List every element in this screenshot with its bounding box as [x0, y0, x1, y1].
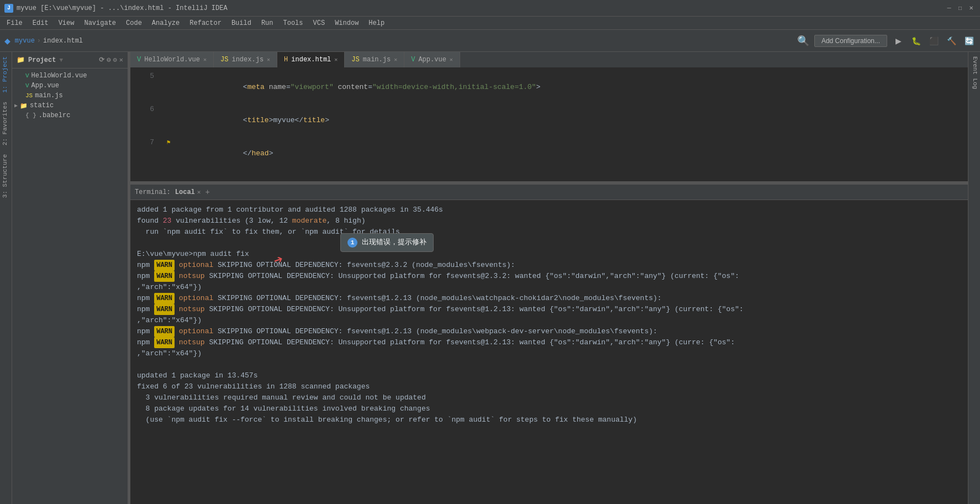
tree-item-static[interactable]: ▶ 📁 static — [12, 101, 128, 111]
sidebar-item-project[interactable]: 1: Project — [0, 52, 12, 97]
warn-badge: WARN — [154, 293, 175, 304]
tab-close-helloworld[interactable]: ✕ — [203, 56, 207, 63]
terminal-tab-local[interactable]: Local ✕ — [175, 188, 201, 196]
breadcrumb-project[interactable]: myvue — [15, 37, 35, 45]
terminal-line — [137, 359, 961, 370]
tab-label: main.js — [363, 56, 391, 64]
menu-window[interactable]: Window — [330, 18, 363, 28]
tab-label: App.vue — [418, 56, 446, 64]
line-number: 6 — [135, 104, 154, 115]
tooltip-number: 1 — [347, 238, 357, 248]
terminal-tab-name: Local — [175, 188, 195, 196]
menu-file[interactable]: File — [2, 18, 27, 28]
menu-code[interactable]: Code — [122, 18, 146, 28]
tree-item-label: static — [30, 102, 54, 109]
code-content: <title>myvue</title> — [174, 104, 963, 137]
tab-indexjs[interactable]: JS index.js ✕ — [214, 52, 277, 67]
menu-vcs[interactable]: VCS — [309, 18, 330, 28]
terminal-line: updated 1 package in 13.457s — [137, 370, 961, 381]
menu-edit[interactable]: Edit — [28, 18, 53, 28]
menu-help[interactable]: Help — [364, 18, 389, 28]
vue-tab-icon: V — [411, 56, 415, 64]
editor-tabs: V HelloWorld.vue ✕ JS index.js ✕ H index… — [130, 52, 968, 69]
terminal-close-icon[interactable]: ✕ — [197, 188, 201, 196]
terminal-line: E:\vue\myvue>npm audit fix — [137, 249, 961, 260]
terminal-line — [137, 238, 961, 249]
editor-area[interactable]: 5 <meta name="viewport" content="width=d… — [130, 69, 968, 181]
menu-tools[interactable]: Tools — [279, 18, 308, 28]
tree-item-babelrc[interactable]: { } .babelrc — [12, 111, 128, 120]
close-panel-icon[interactable]: ✕ — [119, 56, 123, 64]
tab-label: HelloWorld.vue — [144, 56, 200, 64]
warn-badge: WARN — [154, 326, 175, 337]
settings-icon[interactable]: ⚙ — [113, 56, 117, 64]
vue-icon: V — [25, 72, 29, 79]
right-tab-1[interactable]: Event Log — [968, 52, 980, 93]
stop-button[interactable]: ⬛ — [927, 34, 940, 48]
line-gutter: ⚑ — [163, 137, 174, 148]
sidebar-item-structure[interactable]: 3: Structure — [0, 150, 12, 202]
breadcrumb-file[interactable]: index.html — [43, 37, 83, 45]
main-layout: 1: Project 2: Favorites 3: Structure 📁 P… — [0, 52, 980, 504]
menu-build[interactable]: Build — [227, 18, 256, 28]
terminal-line: npm WARN optional SKIPPING OPTIONAL DEPE… — [137, 293, 961, 304]
run-configuration-button[interactable]: Add Configuration... — [814, 35, 887, 47]
terminal-add-tab[interactable]: + — [205, 188, 209, 197]
minimize-button[interactable]: ─ — [945, 4, 953, 13]
tree-item-label: HelloWorld.vue — [31, 72, 87, 80]
code-content: </head> — [174, 137, 963, 170]
tree-item-helloworld[interactable]: V HelloWorld.vue — [12, 71, 128, 81]
menu-run[interactable]: Run — [257, 18, 278, 28]
project-title: Project — [28, 56, 56, 64]
tree-item-label: .babelrc — [39, 112, 71, 119]
project-header: 📁 Project ▼ ⟳ ⊖ ⚙ ✕ — [12, 52, 128, 69]
close-button[interactable]: ✕ — [967, 4, 976, 13]
menu-analyze[interactable]: Analyze — [147, 18, 184, 28]
tab-label: index.html — [291, 56, 331, 64]
vue-tab-icon: V — [137, 56, 141, 64]
menu-view[interactable]: View — [54, 18, 79, 28]
update-button[interactable]: 🔄 — [962, 34, 976, 48]
debug-button[interactable]: 🐛 — [909, 34, 923, 48]
project-dropdown-icon[interactable]: ▼ — [59, 57, 63, 64]
tab-close-mainjs[interactable]: ✕ — [394, 56, 397, 63]
tab-close-appvue[interactable]: ✕ — [450, 56, 453, 63]
left-side-tabs: 1: Project 2: Favorites 3: Structure — [0, 52, 12, 504]
menu-navigate[interactable]: Navigate — [80, 18, 120, 28]
tab-appvue[interactable]: V App.vue ✕ — [404, 52, 460, 67]
search-everywhere-button[interactable]: 🔍 — [797, 34, 810, 48]
run-button[interactable]: ▶ — [892, 34, 905, 48]
terminal-line: ,"arch":"x64"}) — [137, 348, 961, 359]
project-header-icons: ⟳ ⊖ ⚙ ✕ — [99, 56, 123, 64]
terminal-tabs: Terminal: Local ✕ + — [130, 185, 968, 200]
menu-refactor[interactable]: Refactor — [185, 18, 226, 28]
tab-close-indexjs[interactable]: ✕ — [267, 56, 270, 63]
terminal-title: Terminal: — [135, 188, 171, 196]
html-tab-icon: H — [284, 56, 288, 64]
breadcrumb: myvue › index.html — [15, 37, 83, 45]
project-icon: 📁 — [17, 56, 25, 64]
config-icon: { } — [25, 112, 36, 119]
restore-button[interactable]: □ — [956, 4, 965, 13]
tab-mainjs[interactable]: JS main.js ✕ — [345, 52, 404, 67]
tab-label: index.js — [231, 56, 264, 64]
tree-item-appvue[interactable]: V App.vue — [12, 81, 128, 91]
js-tab-icon: JS — [220, 56, 228, 64]
tab-helloworld[interactable]: V HelloWorld.vue ✕ — [130, 52, 214, 67]
terminal-line: npm WARN notsup SKIPPING OPTIONAL DEPEND… — [137, 337, 961, 348]
collapse-icon[interactable]: ⊖ — [107, 56, 110, 64]
build-button[interactable]: 🔨 — [945, 34, 958, 48]
project-panel: 📁 Project ▼ ⟳ ⊖ ⚙ ✕ V HelloWorld.vue V A… — [12, 52, 128, 504]
tab-close-indexhtml[interactable]: ✕ — [334, 56, 338, 63]
sync-icon[interactable]: ⟳ — [99, 56, 104, 64]
warn-badge: WARN — [154, 337, 175, 348]
terminal-line: added 1 package from 1 contributor and a… — [137, 204, 961, 216]
code-content: <meta name="viewport" content="width=dev… — [174, 71, 963, 104]
tree-item-mainjs[interactable]: JS main.js — [12, 91, 128, 101]
line-number: 5 — [135, 71, 154, 82]
terminal-content[interactable]: 1 出现错误，提示修补 ➔ added 1 package from 1 con… — [130, 200, 968, 504]
tab-indexhtml[interactable]: H index.html ✕ — [277, 52, 345, 67]
sidebar-item-favorites[interactable]: 2: Favorites — [0, 97, 12, 150]
terminal-line: npm WARN optional SKIPPING OPTIONAL DEPE… — [137, 260, 961, 271]
terminal-line: npm WARN notsup SKIPPING OPTIONAL DEPEND… — [137, 271, 961, 282]
